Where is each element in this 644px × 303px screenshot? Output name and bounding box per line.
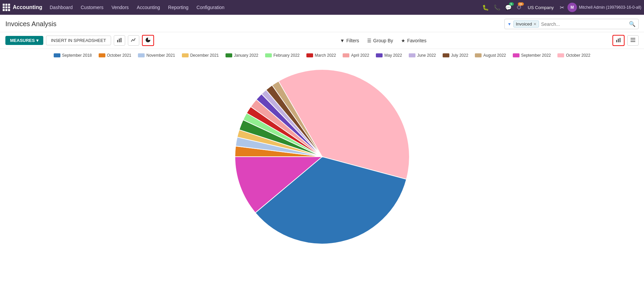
group-by-icon: ☰ bbox=[367, 38, 371, 43]
list-view-btn[interactable] bbox=[627, 35, 639, 46]
group-by-button[interactable]: ☰ Group By bbox=[364, 36, 396, 45]
legend-item: September 2018 bbox=[54, 53, 92, 58]
chart-view-btn[interactable] bbox=[612, 35, 625, 46]
legend-item: May 2022 bbox=[376, 53, 402, 58]
svg-rect-7 bbox=[631, 38, 635, 39]
svg-rect-1 bbox=[119, 39, 120, 42]
search-icon[interactable]: 🔍 bbox=[629, 21, 636, 27]
tag-label: Invoiced bbox=[516, 21, 532, 27]
favorites-button[interactable]: ★ Favorites bbox=[398, 36, 429, 45]
chat-badge: 5 bbox=[509, 2, 514, 6]
user-name: Mitchell Admin (19979603-16-0-all) bbox=[579, 5, 641, 10]
nav-accounting[interactable]: Accounting bbox=[134, 3, 163, 11]
line-chart-btn[interactable] bbox=[128, 35, 139, 46]
brand-name: Accounting bbox=[13, 4, 42, 10]
filters-label: Filters bbox=[346, 38, 359, 43]
legend-item: April 2022 bbox=[343, 53, 369, 58]
svg-rect-4 bbox=[616, 40, 617, 42]
legend-item: August 2022 bbox=[475, 53, 506, 58]
page-title: Invoices Analysis bbox=[5, 20, 504, 28]
filter-funnel-icon: ▼ bbox=[507, 22, 511, 27]
svg-rect-6 bbox=[620, 38, 621, 42]
nav-dashboard[interactable]: Dashboard bbox=[46, 3, 76, 11]
measures-chevron: ▾ bbox=[36, 38, 39, 43]
svg-rect-5 bbox=[618, 39, 619, 42]
clock-badge: 36 bbox=[518, 2, 524, 6]
company-name[interactable]: US Company bbox=[525, 5, 556, 10]
page-header: Invoices Analysis ▼ Invoiced ✕ 🔍 bbox=[0, 15, 644, 32]
filters-icon: ▼ bbox=[340, 38, 345, 43]
svg-rect-0 bbox=[117, 40, 118, 42]
nav-configuration[interactable]: Configuration bbox=[193, 3, 228, 11]
legend-item: October 2022 bbox=[557, 53, 590, 58]
nav-customers[interactable]: Customers bbox=[78, 3, 107, 11]
chart-area bbox=[0, 59, 644, 254]
user-info[interactable]: M Mitchell Admin (19979603-16-0-all) bbox=[567, 3, 641, 12]
legend-item: September 2022 bbox=[513, 53, 551, 58]
tag-close-btn[interactable]: ✕ bbox=[533, 22, 537, 27]
phone-icon[interactable]: 📞 bbox=[492, 3, 502, 12]
topnav-icons: 🐛 📞 💬 5 ⏱ 36 US Company ✂ M Mitchell Adm… bbox=[481, 3, 641, 12]
app-brand[interactable]: Accounting bbox=[3, 4, 42, 11]
legend-item: March 2022 bbox=[306, 53, 336, 58]
nav-reporting[interactable]: Reporting bbox=[165, 3, 192, 11]
legend-item: February 2022 bbox=[265, 53, 300, 58]
svg-rect-2 bbox=[120, 38, 121, 42]
favorites-label: Favorites bbox=[407, 38, 427, 43]
svg-rect-9 bbox=[631, 41, 635, 42]
svg-rect-8 bbox=[631, 40, 635, 40]
group-by-label: Group By bbox=[373, 38, 393, 43]
legend-item: December 2021 bbox=[182, 53, 219, 58]
chart-legend: September 2018October 2021November 2021D… bbox=[0, 49, 644, 59]
top-navigation: Accounting Dashboard Customers Vendors A… bbox=[0, 0, 644, 15]
search-input[interactable] bbox=[541, 21, 627, 27]
bug-icon[interactable]: 🐛 bbox=[481, 3, 490, 12]
settings-icon[interactable]: ✂ bbox=[558, 3, 565, 12]
grid-icon bbox=[3, 4, 10, 11]
legend-item: June 2022 bbox=[409, 53, 436, 58]
measures-label: MEASURES bbox=[10, 38, 35, 43]
measures-button[interactable]: MEASURES ▾ bbox=[5, 36, 43, 45]
search-bar: ▼ Invoiced ✕ 🔍 bbox=[504, 19, 639, 29]
legend-item: November 2021 bbox=[138, 53, 175, 58]
invoiced-filter-tag: Invoiced ✕ bbox=[513, 20, 539, 28]
legend-item: July 2022 bbox=[443, 53, 468, 58]
favorites-icon: ★ bbox=[401, 38, 405, 43]
filters-button[interactable]: ▼ Filters bbox=[337, 36, 362, 45]
insert-spreadsheet-button[interactable]: INSERT IN SPREADSHEET bbox=[46, 36, 111, 45]
legend-item: January 2022 bbox=[226, 53, 258, 58]
nav-vendors[interactable]: Vendors bbox=[108, 3, 132, 11]
toolbar: MEASURES ▾ INSERT IN SPREADSHEET ▼ Filte… bbox=[0, 32, 644, 49]
chat-icon[interactable]: 💬 5 bbox=[504, 3, 513, 12]
pie-chart-svg bbox=[230, 64, 414, 249]
legend-item: October 2021 bbox=[99, 53, 132, 58]
clock-icon[interactable]: ⏱ 36 bbox=[515, 3, 523, 12]
pie-chart-btn[interactable] bbox=[142, 35, 154, 46]
user-avatar: M bbox=[567, 3, 577, 12]
bar-chart-btn[interactable] bbox=[114, 35, 125, 46]
